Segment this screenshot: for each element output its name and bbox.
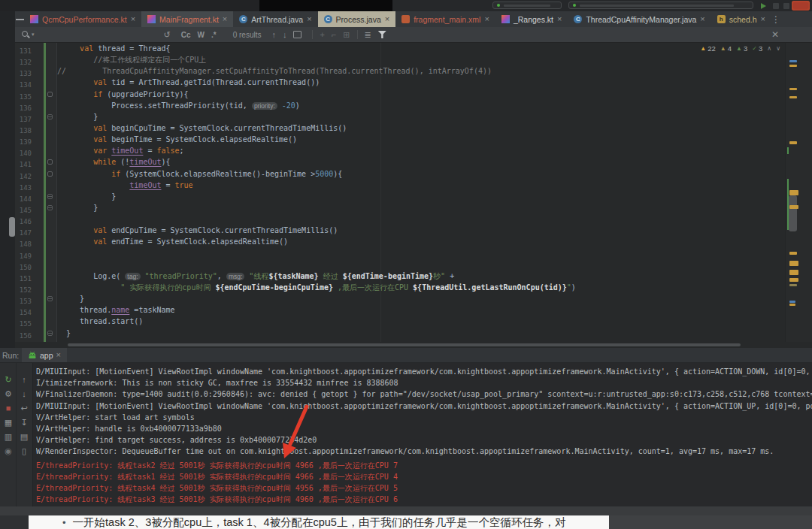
previous-occurrence-icon[interactable]: ↑: [271, 31, 276, 39]
scroll-mark[interactable]: [789, 205, 798, 209]
close-tab-icon[interactable]: ×: [557, 15, 562, 23]
run-button-icon[interactable]: [761, 3, 766, 9]
remove-occurrence-icon[interactable]: ⌐: [332, 31, 336, 39]
close-tab-icon[interactable]: ×: [484, 15, 489, 23]
match-case-toggle[interactable]: Cc: [181, 31, 191, 39]
close-tab-icon[interactable]: ×: [307, 15, 311, 23]
device-select[interactable]: [568, 2, 753, 9]
tab-QcmCpuPerformance.kt[interactable]: QcmCpuPerformance.kt×: [24, 11, 141, 27]
search-icon[interactable]: [21, 30, 30, 39]
next-problem-chevron-icon[interactable]: ∨: [776, 45, 780, 52]
warnings-indicator[interactable]: ▲22: [700, 44, 716, 53]
add-occurrence-icon[interactable]: +: [320, 31, 324, 39]
code-line: }: [57, 293, 785, 304]
fold-marker-icon[interactable]: [47, 171, 53, 177]
console-settings-icon[interactable]: ⚙: [5, 388, 12, 402]
horizontal-scrollbar[interactable]: [15, 342, 812, 348]
scroll-mark[interactable]: [789, 88, 797, 90]
fold-marker-icon[interactable]: [47, 296, 53, 301]
scroll-mark[interactable]: [789, 190, 798, 195]
run-window-header: Run: app ×: [0, 348, 812, 363]
tab-ThreadCpuAffinityManager.java[interactable]: CThreadCpuAffinityManager.java×: [568, 11, 710, 27]
select-all-occurrences-icon[interactable]: [293, 31, 301, 38]
passed-indicator[interactable]: ✓3: [752, 44, 762, 53]
tab-fragment_main.xml[interactable]: fragment_main.xml×: [395, 11, 495, 27]
error-stripe-scrollbar[interactable]: [785, 43, 812, 342]
run-configuration-select[interactable]: [492, 2, 562, 9]
console-rerun-icon[interactable]: ↻: [5, 373, 11, 388]
next-occurrence-icon[interactable]: ↓: [283, 31, 287, 39]
inspection-widget[interactable]: ▲22 ▲4 ▲3 ✓3 ∧ ∨: [700, 44, 780, 53]
scroll-mark[interactable]: [789, 60, 797, 62]
console-scroll-to-end-icon[interactable]: ↧: [20, 416, 27, 431]
code-editor[interactable]: 1311321331341351361371381391401411421431…: [15, 43, 812, 342]
tab-MainFragment.kt[interactable]: MainFragment.kt×: [141, 11, 233, 27]
scroll-mark[interactable]: [789, 301, 795, 303]
scroll-mark[interactable]: [789, 284, 797, 286]
tab-list-dash-icon[interactable]: [15, 11, 24, 27]
console-layers-icon[interactable]: ▥: [5, 431, 12, 445]
close-find-bar-icon[interactable]: ✕: [771, 29, 779, 40]
search-newline-icon[interactable]: ↺: [164, 31, 171, 39]
console-scroll-up-icon[interactable]: ↑: [22, 373, 26, 388]
bullet-icon: •: [62, 517, 66, 528]
log-line-warn: W/RenderInspector: DequeueBuffer time ou…: [36, 446, 812, 457]
scroll-mark[interactable]: [789, 252, 797, 255]
stop-button-icon[interactable]: [792, 1, 810, 11]
scroll-mark[interactable]: [789, 141, 797, 144]
console-scroll-down-icon[interactable]: ↓: [22, 388, 26, 402]
tab-_Ranges.kt[interactable]: _Ranges.kt×: [495, 11, 568, 27]
console-stop-icon[interactable]: ■: [6, 402, 11, 416]
console-print-icon[interactable]: ▤: [20, 431, 28, 445]
console-grid-icon[interactable]: ▦: [5, 416, 12, 431]
scroll-mark[interactable]: [789, 278, 798, 282]
close-tab-icon[interactable]: ×: [761, 15, 765, 23]
previous-problem-chevron-icon[interactable]: ∧: [767, 45, 771, 52]
words-toggle[interactable]: W: [198, 31, 205, 39]
console-soft-wrap-icon[interactable]: ↩: [20, 402, 27, 416]
profile-button-icon[interactable]: [783, 3, 789, 9]
pin-search-icon[interactable]: ⊞: [343, 31, 350, 39]
java-file-icon: C: [324, 15, 332, 23]
tab-ArtThread.java[interactable]: CArtThread.java×: [233, 11, 317, 27]
code-line: }: [57, 191, 785, 202]
filter-funnel-icon[interactable]: [378, 31, 386, 38]
close-tab-icon[interactable]: ×: [385, 15, 389, 23]
close-tab-icon[interactable]: ×: [223, 15, 227, 23]
scroll-mark[interactable]: [789, 65, 797, 67]
fold-marker-icon[interactable]: [47, 92, 53, 97]
console-pin-icon[interactable]: ◉: [5, 445, 12, 459]
suggestion-icon: ▲: [736, 46, 742, 52]
code-line: }: [57, 328, 785, 339]
scroll-mark[interactable]: [789, 270, 798, 275]
logcat-output[interactable]: D/MIUIInput: [MotionEvent] ViewRootImpl …: [36, 366, 812, 506]
console-tab-app[interactable]: app ×: [22, 348, 67, 362]
scroll-mark[interactable]: [789, 96, 797, 98]
code-line: while (!timeOut){: [57, 156, 785, 168]
gutter-line: 156: [15, 328, 56, 339]
splitter-handle[interactable]: [9, 217, 15, 237]
scrollbar-thumb[interactable]: [789, 195, 797, 231]
fold-marker-icon[interactable]: [47, 159, 53, 165]
scroll-mark[interactable]: [789, 261, 798, 266]
close-tab-icon[interactable]: ×: [700, 15, 704, 23]
search-input[interactable]: [35, 29, 164, 41]
horizontal-scrollbar-thumb[interactable]: [68, 343, 741, 346]
fold-marker-icon[interactable]: [47, 114, 53, 119]
close-tab-icon[interactable]: ×: [131, 15, 135, 23]
weak-warnings-indicator[interactable]: ▲4: [720, 44, 732, 53]
debug-button-icon[interactable]: [773, 3, 779, 9]
search-options-icon[interactable]: ≣: [365, 31, 371, 39]
tab-sched.h[interactable]: hsched.h×: [711, 11, 771, 27]
tab-Process.java[interactable]: CProcess.java×: [318, 11, 396, 27]
fold-marker-icon[interactable]: [47, 331, 53, 336]
close-console-tab-icon[interactable]: ×: [56, 351, 61, 359]
tab-options-kebab-icon[interactable]: ⋮: [771, 14, 780, 25]
fold-marker-icon[interactable]: [47, 205, 53, 210]
suggestions-indicator[interactable]: ▲3: [736, 44, 747, 53]
console-clear-icon[interactable]: ▯: [22, 445, 26, 459]
code-lines[interactable]: val thread = Thread{ //将工作线程绑定在同一个CPU上//…: [57, 43, 785, 342]
regex-toggle[interactable]: .*: [211, 31, 217, 39]
fold-marker-icon[interactable]: [47, 194, 53, 199]
scroll-mark[interactable]: [789, 304, 795, 306]
